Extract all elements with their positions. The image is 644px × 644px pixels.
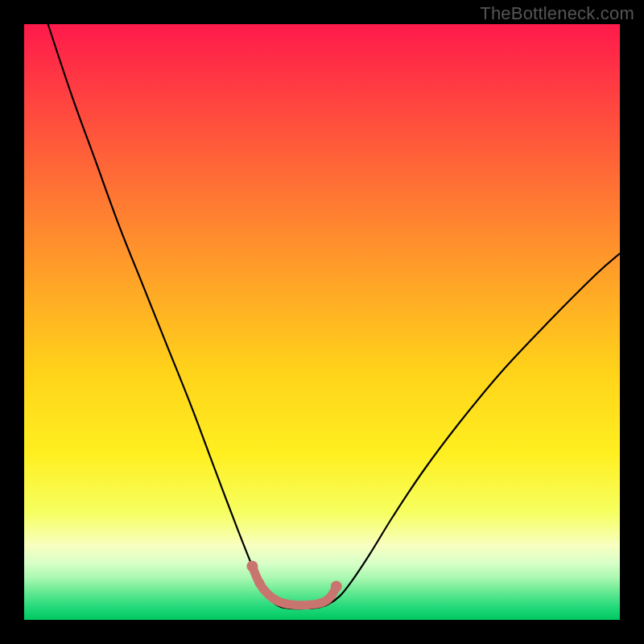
watermark-text: TheBottleneck.com xyxy=(480,3,634,24)
chart-svg xyxy=(24,24,620,620)
valley-marker-dot xyxy=(331,581,342,592)
plot-area xyxy=(24,24,620,620)
chart-stage: TheBottleneck.com xyxy=(0,0,644,644)
valley-marker-dot xyxy=(254,578,264,588)
valley-marker-dot xyxy=(246,560,258,572)
gradient-background xyxy=(24,24,620,620)
